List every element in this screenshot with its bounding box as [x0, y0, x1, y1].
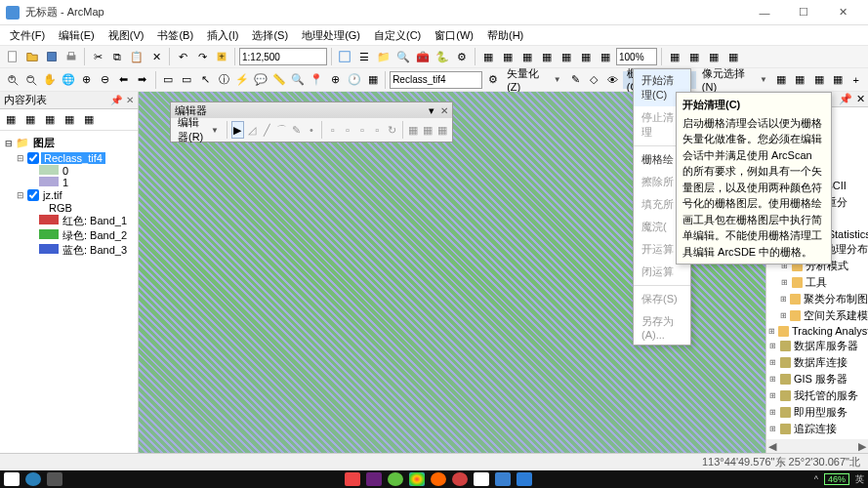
menu-customize[interactable]: 自定义(C) — [368, 26, 427, 45]
catalog-item[interactable]: 数据库连接 — [794, 355, 847, 370]
copy-button[interactable]: ⧉ — [108, 48, 126, 65]
music-icon[interactable] — [452, 472, 468, 486]
zoom-combo[interactable] — [616, 48, 657, 65]
file-explorer-icon[interactable] — [474, 472, 489, 486]
menu-save[interactable]: 保存(S) — [634, 288, 690, 310]
time-slider-button[interactable]: 🕐 — [346, 71, 362, 89]
edit-vertices[interactable]: ▫ — [326, 121, 339, 139]
vec-trace[interactable]: ✎ — [567, 71, 584, 89]
t9[interactable]: ▦ — [685, 48, 703, 65]
vec-preview[interactable]: 👁 — [604, 71, 621, 89]
toc-list-by-selection[interactable]: ▦ — [61, 111, 78, 129]
layer-jz[interactable]: ⊟ jz.tif — [16, 188, 134, 202]
save-button[interactable] — [43, 48, 61, 65]
editor-toolbar-dropdown-icon[interactable]: ▾ — [429, 104, 434, 117]
html-popup-button[interactable]: 💬 — [253, 71, 269, 89]
rotate[interactable]: ↻ — [386, 121, 398, 139]
t10[interactable]: ▦ — [705, 48, 723, 65]
tray-up-icon[interactable]: ^ — [814, 474, 818, 484]
t5[interactable]: ▦ — [558, 48, 575, 65]
arcscan-layer-combo[interactable] — [390, 71, 482, 89]
paste-button[interactable]: 📋 — [128, 48, 145, 65]
chrome-icon[interactable] — [409, 472, 425, 486]
pointer-button[interactable]: ↖ — [197, 71, 214, 89]
zoom-out-button[interactable]: − — [22, 71, 39, 89]
catalog-item[interactable]: GIS 服务器 — [794, 372, 847, 386]
redo-button[interactable]: ↷ — [193, 48, 211, 65]
start-button[interactable] — [4, 472, 20, 486]
task-view-icon[interactable] — [47, 472, 62, 486]
toc-pin-icon[interactable]: 📌 — [110, 95, 122, 105]
catalog-item[interactable]: 数据库服务器 — [794, 339, 858, 353]
find-route-button[interactable]: 📍 — [309, 71, 325, 89]
undo-button[interactable]: ↶ — [174, 48, 191, 65]
cut-polygons[interactable]: ▫ — [355, 121, 368, 139]
toc-root[interactable]: ⊟ 📁 图层 — [4, 135, 134, 151]
find-button[interactable]: 🔍 — [290, 71, 307, 89]
zoom-in-button[interactable]: + — [4, 71, 21, 89]
full-extent-button[interactable]: 🌐 — [60, 71, 76, 89]
t6[interactable]: ▦ — [577, 48, 595, 65]
cs4[interactable]: ▦ — [829, 71, 846, 89]
arc-segment[interactable]: ⌒ — [275, 121, 288, 139]
toc-options[interactable]: ▦ — [80, 111, 98, 129]
cs3[interactable]: ▦ — [810, 71, 827, 89]
minimize-button[interactable]: — — [745, 0, 784, 25]
toc-close-icon[interactable]: ✕ — [126, 95, 134, 105]
split[interactable]: ▫ — [371, 121, 384, 139]
menu-selection[interactable]: 选择(S) — [246, 26, 294, 45]
toc-list-by-drawing[interactable]: ▦ — [2, 111, 20, 129]
catalog-group[interactable]: Tracking Analyst — [792, 325, 868, 337]
menu-window[interactable]: 窗口(W) — [429, 26, 479, 45]
toc-list-by-visibility[interactable]: ▦ — [41, 111, 59, 129]
layer-reclass[interactable]: ⊟ Reclass_tif4 — [16, 151, 134, 165]
editor-menu[interactable]: 编辑器(R)▼ — [174, 121, 223, 139]
expander-icon[interactable]: ⊟ — [16, 153, 25, 163]
layer-checkbox[interactable] — [27, 189, 39, 201]
t2[interactable]: ▦ — [499, 48, 517, 65]
create-viewer-button[interactable]: ▦ — [364, 71, 381, 89]
go-to-xy-button[interactable]: ⊕ — [327, 71, 344, 89]
point[interactable]: • — [305, 121, 317, 139]
menu-bookmarks[interactable]: 书签(B) — [151, 26, 199, 45]
print-button[interactable] — [62, 48, 80, 65]
battery-indicator[interactable]: 46% — [824, 473, 849, 485]
arcmap-taskbar-icon[interactable] — [495, 472, 511, 486]
wechat-icon[interactable] — [388, 472, 403, 486]
maximize-button[interactable]: ☐ — [784, 0, 823, 25]
select-features-button[interactable]: ▭ — [159, 71, 176, 89]
catalog-item[interactable]: 我托管的服务 — [794, 388, 858, 403]
editor-toolbar-titlebar[interactable]: 编辑器 ▾ ✕ — [171, 102, 452, 118]
trace[interactable]: ✎ — [290, 121, 303, 139]
t8[interactable]: ▦ — [666, 48, 683, 65]
arctoolbox-button[interactable]: 🧰 — [414, 48, 432, 65]
catalog-scroll[interactable]: ◀▶ — [766, 439, 868, 453]
menu-save-as[interactable]: 另存为(A)... — [634, 310, 690, 345]
t4[interactable]: ▦ — [538, 48, 556, 65]
clear-selection-button[interactable]: ▭ — [179, 71, 195, 89]
layer-checkbox[interactable] — [27, 152, 39, 164]
editor-toolbar-window[interactable]: 编辑器 ▾ ✕ 编辑器(R)▼ ▶ ◿ ╱ ⌒ ✎ • ▫ ▫ ▫ ▫ ↻ ▦ — [170, 102, 453, 142]
expander-icon[interactable]: ⊟ — [16, 190, 25, 200]
cell-selection-menu[interactable]: 像元选择(N)▼ — [698, 71, 771, 89]
fixed-zoom-in[interactable]: ⊕ — [78, 71, 95, 89]
attributes[interactable]: ▦ — [407, 121, 420, 139]
catalog-item[interactable]: 聚类分布制图 — [804, 292, 868, 306]
app-icon[interactable] — [345, 472, 360, 486]
add-data-button[interactable]: + — [213, 48, 230, 65]
cs2[interactable]: ▦ — [792, 71, 808, 89]
menu-geoprocessing[interactable]: 地理处理(G) — [296, 26, 366, 45]
vectorize-menu[interactable]: 矢量化(Z)▼ — [503, 71, 564, 89]
toc-button[interactable]: ☰ — [355, 48, 373, 65]
close-button[interactable]: ✕ — [823, 0, 862, 25]
word-icon[interactable] — [517, 472, 532, 486]
expander-icon[interactable]: ⊟ — [4, 139, 14, 148]
menu-view[interactable]: 视图(V) — [103, 26, 150, 45]
catalog-button[interactable]: 📁 — [375, 48, 393, 65]
catalog-item[interactable]: 追踪连接 — [794, 422, 837, 436]
cut-button[interactable]: ✂ — [89, 48, 106, 65]
t1[interactable]: ▦ — [479, 48, 497, 65]
measure-button[interactable]: 📏 — [271, 71, 288, 89]
cortana-icon[interactable] — [25, 472, 41, 486]
editor-toolbar-close-icon[interactable]: ✕ — [440, 105, 448, 116]
